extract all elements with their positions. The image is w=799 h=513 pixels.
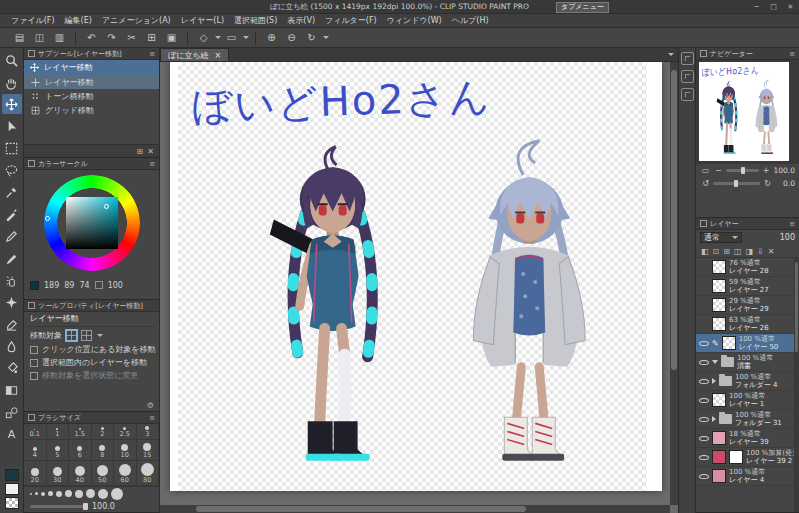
brush-size-cell[interactable]: 40 <box>69 461 92 486</box>
saturation-value-square[interactable] <box>66 197 118 249</box>
menu-help[interactable]: ヘルプ(H) <box>447 15 494 26</box>
horizontal-scrollbar[interactable] <box>160 505 670 513</box>
blend-option-icon[interactable]: ◧ <box>701 247 709 256</box>
expand-arrow-icon[interactable] <box>712 378 716 384</box>
color-mode-icon[interactable] <box>95 281 103 289</box>
layer-row[interactable]: 29 %通常レイヤー 29 <box>696 296 799 315</box>
layer-folder-row[interactable]: 100 %通常フォルダー 31 <box>696 410 799 429</box>
delete-subtool-icon[interactable]: ✕ <box>147 147 154 156</box>
zoom-out-icon[interactable]: − <box>713 165 724 176</box>
deselect-icon[interactable]: ◇ <box>194 30 213 45</box>
brush-size-cell[interactable]: 1 <box>47 424 70 440</box>
decoration-tool-icon[interactable] <box>2 292 22 312</box>
rotate-left-icon[interactable]: ↺ <box>700 178 711 189</box>
copy-icon[interactable]: ⊞ <box>142 30 161 45</box>
layer-thumbnail[interactable] <box>712 298 726 312</box>
brush-size-cell[interactable]: 6 <box>69 440 92 460</box>
brush-size-cell[interactable]: 0.1 <box>24 424 47 440</box>
layer-row[interactable]: 59 %通常レイヤー 27 <box>696 277 799 296</box>
subtool-group-selected[interactable]: レイヤー移動 <box>24 60 159 75</box>
fill-tool-icon[interactable] <box>2 358 22 378</box>
chevron-down-icon[interactable] <box>323 36 329 39</box>
preset-dot[interactable] <box>86 489 95 498</box>
new-file-icon[interactable]: ▤ <box>10 30 29 45</box>
brush-size-cell[interactable]: 20 <box>24 461 47 486</box>
clip-mask-icon[interactable]: ⊡ <box>713 247 720 256</box>
preset-dot[interactable] <box>56 491 62 497</box>
layer-opacity-value[interactable]: 100 <box>780 233 795 242</box>
add-subtool-icon[interactable]: ⊞ <box>137 147 144 156</box>
layer-row[interactable]: 63 %通常レイヤー 26 <box>696 315 799 334</box>
quick-access-icon[interactable] <box>681 52 694 65</box>
layer-thumbnail[interactable] <box>712 450 726 464</box>
brush-size-cell[interactable]: 5 <box>47 440 70 460</box>
open-file-icon[interactable]: ◫ <box>30 30 49 45</box>
selection-border-icon[interactable]: ▭ <box>222 30 241 45</box>
move-tool-icon[interactable] <box>2 94 22 114</box>
save-icon[interactable]: ▥ <box>50 30 69 45</box>
panel-menu-icon[interactable]: ≡ <box>789 220 795 228</box>
visibility-eye-icon[interactable] <box>699 452 709 462</box>
size-slider[interactable] <box>30 505 88 508</box>
layer-row[interactable]: 18 %通常レイヤー 39 <box>696 429 799 448</box>
subtool-item-tone-move[interactable]: トーン柄移動 <box>24 89 159 103</box>
panel-menu-icon[interactable]: ≡ <box>789 50 795 58</box>
fit-to-screen-icon[interactable]: ▭ <box>700 165 711 176</box>
blend-tool-icon[interactable] <box>2 336 22 356</box>
menu-file[interactable]: ファイル(F) <box>6 15 60 26</box>
canvas-page[interactable] <box>170 62 662 491</box>
layer-row[interactable]: 100 %通常レイヤー 4 <box>696 467 799 486</box>
option-move-selected[interactable]: 選択範囲内のレイヤーを移動 <box>24 356 159 369</box>
brush-size-cell[interactable]: 15 <box>137 440 160 460</box>
layer-folder-row[interactable]: 100 %通常清書 <box>696 353 799 372</box>
preset-dot[interactable] <box>111 488 123 500</box>
material-palette-icon[interactable] <box>681 70 694 83</box>
gear-icon[interactable]: ⚙ <box>147 401 154 410</box>
layer-row-selected[interactable]: ✎ 100 %通常レイヤー 50 <box>696 334 799 353</box>
zoom-in-icon[interactable]: ⊕ <box>262 30 281 45</box>
chevron-down-icon[interactable] <box>243 36 249 39</box>
brush-size-cell[interactable]: 60 <box>114 461 137 486</box>
pencil-tool-icon[interactable] <box>2 226 22 246</box>
layer-row[interactable]: 100 %通常レイヤー 1 <box>696 391 799 410</box>
visibility-eye-icon[interactable] <box>699 338 709 348</box>
rotate-view-icon[interactable]: ↻ <box>302 30 321 45</box>
airbrush-tool-icon[interactable] <box>2 270 22 290</box>
move-target-all-icon[interactable] <box>81 330 92 341</box>
brush-tool-icon[interactable] <box>2 248 22 268</box>
maximize-button[interactable]: □ <box>765 0 782 13</box>
sub-color-swatch[interactable] <box>5 483 19 495</box>
operation-tool-icon[interactable] <box>2 116 22 136</box>
menu-edit[interactable]: 編集(E) <box>60 15 97 26</box>
zoom-tool-icon[interactable] <box>2 50 22 70</box>
new-folder-icon[interactable]: ◫ <box>734 247 742 256</box>
expand-arrow-icon[interactable] <box>712 360 718 364</box>
new-layer-icon[interactable]: ⊞ <box>723 247 730 256</box>
pen-tool-icon[interactable] <box>2 204 22 224</box>
subtool-item-grid-move[interactable]: グリッド移動 <box>24 103 159 117</box>
paste-icon[interactable]: ▣ <box>162 30 181 45</box>
expand-arrow-icon[interactable] <box>712 416 716 422</box>
brush-size-cell[interactable]: 30 <box>47 461 70 486</box>
layer-scroll-thumb[interactable] <box>795 262 798 352</box>
transparent-color-swatch[interactable] <box>5 497 19 509</box>
brush-size-cell[interactable]: 2.5 <box>114 424 137 440</box>
option-change-selection[interactable]: 移動対象を選択状態に変更 <box>24 369 159 382</box>
figure-tool-icon[interactable] <box>2 402 22 422</box>
preset-dot[interactable] <box>35 492 38 495</box>
preset-dot[interactable] <box>75 490 83 498</box>
layer-thumbnail[interactable] <box>712 393 726 407</box>
menu-animation[interactable]: アニメーション(A) <box>97 15 176 26</box>
rotate-right-icon[interactable]: ↻ <box>762 178 773 189</box>
history-palette-icon[interactable] <box>681 88 694 101</box>
layer-thumbnail[interactable] <box>712 317 726 331</box>
redo-icon[interactable]: ↷ <box>102 30 121 45</box>
brush-size-cell[interactable]: 8 <box>92 440 115 460</box>
undo-icon[interactable]: ↶ <box>82 30 101 45</box>
rotate-slider[interactable] <box>713 182 760 185</box>
brush-size-cell[interactable]: 4 <box>24 440 47 460</box>
zoom-out-icon[interactable]: ⊖ <box>282 30 301 45</box>
layer-thumbnail[interactable] <box>712 260 726 274</box>
move-target-layer-icon[interactable] <box>66 330 77 341</box>
lasso-tool-icon[interactable] <box>2 160 22 180</box>
